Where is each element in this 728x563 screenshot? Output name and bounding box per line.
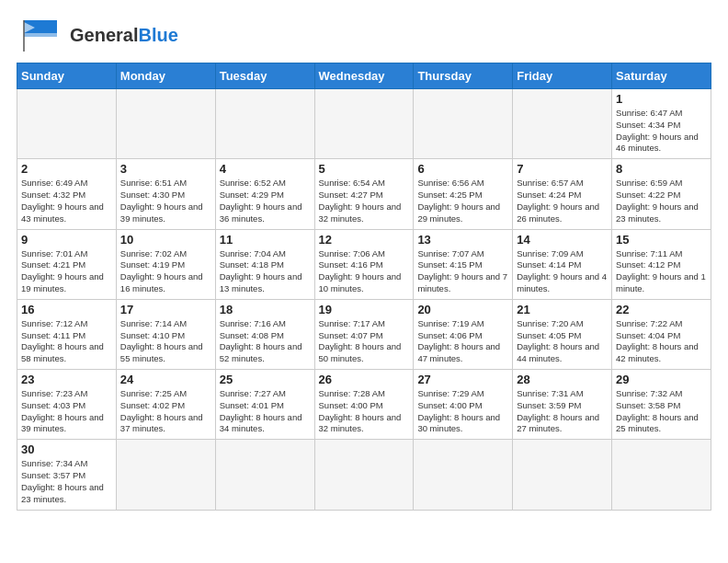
day-info: Sunrise: 7:06 AM Sunset: 4:16 PM Dayligh… (319, 248, 410, 295)
calendar-week-0: 1Sunrise: 6:47 AM Sunset: 4:34 PM Daylig… (17, 89, 711, 159)
calendar: SundayMondayTuesdayWednesdayThursdayFrid… (17, 63, 711, 511)
calendar-cell (215, 89, 314, 159)
day-info: Sunrise: 7:32 AM Sunset: 3:58 PM Dayligh… (616, 388, 707, 435)
logo-icon (17, 17, 64, 53)
calendar-cell: 6Sunrise: 6:56 AM Sunset: 4:25 PM Daylig… (414, 159, 513, 229)
calendar-cell: 26Sunrise: 7:28 AM Sunset: 4:00 PM Dayli… (314, 370, 414, 440)
day-number: 2 (21, 162, 112, 176)
calendar-cell (116, 89, 215, 159)
calendar-cell: 29Sunrise: 7:32 AM Sunset: 3:58 PM Dayli… (612, 370, 711, 440)
day-info: Sunrise: 7:29 AM Sunset: 4:00 PM Dayligh… (417, 388, 508, 435)
day-number: 20 (417, 303, 508, 316)
day-info: Sunrise: 7:04 AM Sunset: 4:18 PM Dayligh… (220, 248, 311, 295)
calendar-cell: 17Sunrise: 7:14 AM Sunset: 4:10 PM Dayli… (116, 299, 215, 369)
col-header-wednesday: Wednesday (314, 63, 414, 89)
day-number: 14 (517, 233, 608, 247)
calendar-cell (414, 440, 513, 510)
logo-text: GeneralBlue (70, 25, 178, 45)
day-info: Sunrise: 7:23 AM Sunset: 4:03 PM Dayligh… (21, 388, 112, 435)
day-number: 5 (319, 162, 410, 176)
day-number: 24 (120, 373, 211, 386)
day-info: Sunrise: 6:57 AM Sunset: 4:24 PM Dayligh… (517, 178, 608, 224)
day-number: 21 (517, 303, 608, 316)
day-number: 16 (21, 303, 112, 316)
calendar-cell: 9Sunrise: 7:01 AM Sunset: 4:21 PM Daylig… (17, 229, 117, 299)
day-number: 6 (417, 162, 508, 176)
day-info: Sunrise: 7:17 AM Sunset: 4:07 PM Dayligh… (319, 318, 410, 365)
calendar-cell: 25Sunrise: 7:27 AM Sunset: 4:01 PM Dayli… (215, 370, 314, 440)
calendar-cell (17, 89, 117, 159)
calendar-cell: 28Sunrise: 7:31 AM Sunset: 3:59 PM Dayli… (513, 370, 612, 440)
day-info: Sunrise: 7:31 AM Sunset: 3:59 PM Dayligh… (517, 388, 608, 435)
calendar-week-3: 16Sunrise: 7:12 AM Sunset: 4:11 PM Dayli… (17, 299, 711, 369)
day-info: Sunrise: 6:59 AM Sunset: 4:22 PM Dayligh… (616, 178, 707, 224)
day-number: 29 (616, 373, 707, 386)
calendar-cell: 16Sunrise: 7:12 AM Sunset: 4:11 PM Dayli… (17, 299, 117, 369)
col-header-friday: Friday (513, 63, 612, 89)
day-number: 7 (517, 162, 608, 176)
calendar-cell: 2Sunrise: 6:49 AM Sunset: 4:32 PM Daylig… (17, 159, 117, 229)
day-number: 10 (120, 233, 211, 247)
day-number: 9 (21, 233, 112, 247)
calendar-cell: 22Sunrise: 7:22 AM Sunset: 4:04 PM Dayli… (612, 299, 711, 369)
calendar-cell: 19Sunrise: 7:17 AM Sunset: 4:07 PM Dayli… (314, 299, 414, 369)
day-info: Sunrise: 7:02 AM Sunset: 4:19 PM Dayligh… (120, 248, 211, 295)
day-number: 8 (616, 162, 707, 176)
calendar-cell: 21Sunrise: 7:20 AM Sunset: 4:05 PM Dayli… (513, 299, 612, 369)
calendar-week-2: 9Sunrise: 7:01 AM Sunset: 4:21 PM Daylig… (17, 229, 711, 299)
calendar-cell (513, 89, 612, 159)
day-number: 18 (220, 303, 311, 316)
calendar-cell: 10Sunrise: 7:02 AM Sunset: 4:19 PM Dayli… (116, 229, 215, 299)
day-number: 28 (517, 373, 608, 386)
calendar-cell: 12Sunrise: 7:06 AM Sunset: 4:16 PM Dayli… (314, 229, 414, 299)
day-info: Sunrise: 6:47 AM Sunset: 4:34 PM Dayligh… (616, 108, 707, 155)
calendar-cell (314, 440, 414, 510)
calendar-cell (612, 440, 711, 510)
day-info: Sunrise: 7:20 AM Sunset: 4:05 PM Dayligh… (517, 318, 608, 365)
day-number: 3 (120, 162, 211, 176)
calendar-cell: 15Sunrise: 7:11 AM Sunset: 4:12 PM Dayli… (612, 229, 711, 299)
col-header-tuesday: Tuesday (215, 63, 314, 89)
day-info: Sunrise: 7:25 AM Sunset: 4:02 PM Dayligh… (120, 388, 211, 435)
day-info: Sunrise: 6:51 AM Sunset: 4:30 PM Dayligh… (120, 178, 211, 224)
day-info: Sunrise: 7:01 AM Sunset: 4:21 PM Dayligh… (21, 248, 112, 295)
calendar-week-4: 23Sunrise: 7:23 AM Sunset: 4:03 PM Dayli… (17, 370, 711, 440)
calendar-cell: 23Sunrise: 7:23 AM Sunset: 4:03 PM Dayli… (17, 370, 117, 440)
calendar-cell: 14Sunrise: 7:09 AM Sunset: 4:14 PM Dayli… (513, 229, 612, 299)
day-info: Sunrise: 7:22 AM Sunset: 4:04 PM Dayligh… (616, 318, 707, 365)
logo: GeneralBlue (17, 17, 178, 53)
day-number: 11 (220, 233, 311, 247)
day-number: 17 (120, 303, 211, 316)
calendar-cell: 24Sunrise: 7:25 AM Sunset: 4:02 PM Dayli… (116, 370, 215, 440)
day-number: 30 (21, 442, 112, 456)
calendar-cell: 20Sunrise: 7:19 AM Sunset: 4:06 PM Dayli… (414, 299, 513, 369)
day-info: Sunrise: 7:27 AM Sunset: 4:01 PM Dayligh… (220, 388, 311, 435)
calendar-cell: 18Sunrise: 7:16 AM Sunset: 4:08 PM Dayli… (215, 299, 314, 369)
day-number: 23 (21, 373, 112, 386)
day-number: 26 (319, 373, 410, 386)
day-info: Sunrise: 7:12 AM Sunset: 4:11 PM Dayligh… (21, 318, 112, 365)
day-number: 15 (616, 233, 707, 247)
day-number: 27 (417, 373, 508, 386)
col-header-saturday: Saturday (612, 63, 711, 89)
day-info: Sunrise: 7:07 AM Sunset: 4:15 PM Dayligh… (417, 248, 508, 295)
calendar-header-row: SundayMondayTuesdayWednesdayThursdayFrid… (17, 63, 711, 89)
calendar-cell (116, 440, 215, 510)
calendar-cell: 1Sunrise: 6:47 AM Sunset: 4:34 PM Daylig… (612, 89, 711, 159)
day-info: Sunrise: 7:19 AM Sunset: 4:06 PM Dayligh… (417, 318, 508, 365)
svg-marker-1 (24, 33, 57, 37)
col-header-sunday: Sunday (17, 63, 117, 89)
day-info: Sunrise: 7:09 AM Sunset: 4:14 PM Dayligh… (517, 248, 608, 295)
day-info: Sunrise: 7:14 AM Sunset: 4:10 PM Dayligh… (120, 318, 211, 365)
calendar-cell: 8Sunrise: 6:59 AM Sunset: 4:22 PM Daylig… (612, 159, 711, 229)
day-number: 19 (319, 303, 410, 316)
day-number: 4 (220, 162, 311, 176)
calendar-cell: 11Sunrise: 7:04 AM Sunset: 4:18 PM Dayli… (215, 229, 314, 299)
day-info: Sunrise: 7:34 AM Sunset: 3:57 PM Dayligh… (21, 458, 112, 505)
calendar-cell (314, 89, 414, 159)
day-info: Sunrise: 7:16 AM Sunset: 4:08 PM Dayligh… (220, 318, 311, 365)
day-info: Sunrise: 6:56 AM Sunset: 4:25 PM Dayligh… (417, 178, 508, 224)
day-number: 1 (616, 92, 707, 106)
calendar-cell (513, 440, 612, 510)
calendar-cell: 5Sunrise: 6:54 AM Sunset: 4:27 PM Daylig… (314, 159, 414, 229)
